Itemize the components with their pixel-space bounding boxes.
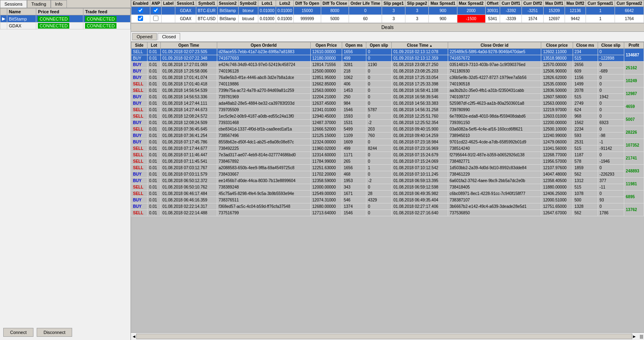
- deals-row[interactable]: BUY 0.01 01.08.2018 17:27:01.069 e424c74…: [131, 62, 644, 68]
- deals-row[interactable]: SELL 0.01 01.08.2018 07:11:46.447 7e3ad3…: [131, 152, 644, 158]
- deals-row-2[interactable]: BUY 0.01 01.08.2018 17:26:58.006 7401961…: [131, 68, 644, 75]
- deal-closems2: 515: [573, 145, 598, 152]
- session-row-gdax[interactable]: GDAX CONNECTED CONNECTED: [0, 23, 131, 29]
- col-maxdiff1[interactable]: Max Diff1: [544, 0, 565, 7]
- deals-row[interactable]: BUY 0.01 01.08.2018 07:17:45.786 8558b62…: [131, 139, 644, 145]
- deal-side1: SELL: [131, 191, 147, 197]
- deals-row[interactable]: BUY 0.01 01.08.2018 02:22:14.317 f368ed5…: [131, 203, 644, 210]
- deals-col-lot[interactable]: Lot: [147, 42, 161, 49]
- col-enabled[interactable]: Enabled: [131, 0, 150, 7]
- deal-closeprice1: 12563.00000: [541, 100, 573, 107]
- deals-row[interactable]: BUY 0.01 01.08.2018 06:50:12.372 ee1456b…: [131, 178, 644, 184]
- col-offset[interactable]: Offset: [485, 0, 500, 7]
- deals-row[interactable]: BUY 0.01 01.08.2018 17:01:41.074 76a9e5b…: [131, 75, 644, 81]
- deals-row[interactable]: SELL 0.01 01.08.2018 07:03:12.767 a20885…: [131, 165, 644, 171]
- deals-row-2[interactable]: SELL 0.01 01.08.2018 14:27:44.673 739705…: [131, 107, 644, 113]
- deals-row[interactable]: SELL 0.01 01.08.2018 14:56:54.539 739fe7…: [131, 87, 644, 94]
- deal-closeprice1: 12826.62000: [541, 75, 573, 81]
- deals-col-open-slip[interactable]: Open slip: [366, 42, 392, 49]
- deals-col-close-price[interactable]: Close price: [541, 42, 573, 49]
- deals-col-open-ms[interactable]: Open ms: [342, 42, 366, 49]
- col-diff-close[interactable]: Diff To Close: [321, 0, 349, 7]
- deal-lot2: 0.01: [147, 120, 161, 126]
- deals-row-2[interactable]: BUY 0.01 01.08.2018 12:08:24.509 7393314…: [131, 120, 644, 126]
- deals-row-2[interactable]: SELL 0.01 01.08.2018 07:17:44.677 738492…: [131, 145, 644, 152]
- scroll-left-indicator: ◄: [132, 334, 136, 339]
- horizontal-scrollbar[interactable]: [136, 334, 632, 339]
- deals-row[interactable]: SELL 0.01 01.08.2018 07:36:45.645 cbe834…: [131, 126, 644, 133]
- deal-lot1: 0.01: [147, 152, 161, 158]
- deals-row[interactable]: BUY 0.01 01.08.2018 14:27:44.111 ada48ab…: [131, 100, 644, 107]
- deals-col-open-time[interactable]: Open Time: [161, 42, 217, 49]
- left-panel: Sessions Trading Info Name Price feed Tr…: [0, 0, 131, 340]
- col-session1[interactable]: Session1: [175, 0, 196, 7]
- deal-closeslip1: 0: [598, 126, 624, 133]
- deals-col-open-orderid[interactable]: Open OrderId: [217, 42, 310, 49]
- tab-sessions[interactable]: Sessions: [0, 0, 27, 8]
- sessions-table: Name Price feed Trade feed ▶ BitStamp CO…: [0, 8, 131, 29]
- col-maxspread1[interactable]: Max Spread1: [429, 0, 457, 7]
- deal-closems1: 2078: [573, 87, 598, 94]
- deals-row-2[interactable]: BUY 0.01 01.09.2018 02:07:22.348 7416776…: [131, 55, 644, 62]
- session-row-bitstamp[interactable]: ▶ BitStamp CONNECTED CONNECTED: [0, 15, 131, 23]
- deals-col-close-slip[interactable]: Close slip: [598, 42, 624, 49]
- col-currspread1[interactable]: Curr Spread1: [586, 0, 615, 7]
- deal-openslip1: 0: [366, 152, 392, 158]
- deals-row[interactable]: SELL 0.01 01.09.2018 02:07:23.505 d28ace…: [131, 49, 644, 55]
- deal-side2: BUY: [131, 94, 147, 100]
- deal-lot1: 0.01: [147, 49, 161, 55]
- deals-row-2[interactable]: SELL 0.01 01.08.2018 06:50:10.762 738389…: [131, 184, 644, 191]
- col-lots1[interactable]: Lots1: [258, 0, 276, 7]
- deal-closeorderid2: 739391150: [448, 120, 541, 126]
- col-slip1[interactable]: Slip page1: [382, 0, 405, 7]
- connect-button[interactable]: Connect: [3, 328, 33, 337]
- tab-opened[interactable]: Opened: [132, 33, 157, 40]
- tab-trading[interactable]: Trading: [27, 0, 51, 8]
- col-symbol1[interactable]: Symbol1: [196, 0, 217, 7]
- tab-closed[interactable]: Closed: [158, 33, 180, 40]
- col-symbol2[interactable]: Symbol2: [238, 0, 258, 7]
- deals-col-close-orderid[interactable]: Close Order id: [448, 42, 541, 49]
- disconnect-button[interactable]: Disconnect: [37, 328, 72, 337]
- col-order-lifetime[interactable]: Order Life Time: [349, 0, 382, 7]
- deals-col-open-price[interactable]: Open Price: [310, 42, 342, 49]
- col-maxdiff2[interactable]: Max Diff2: [565, 0, 586, 7]
- deals-row-2[interactable]: BUY 0.01 01.08.2018 06:46:16.359 7383765…: [131, 197, 644, 203]
- deal-lot1: 0.01: [147, 62, 161, 68]
- deals-row-2[interactable]: BUY 0.01 01.08.2018 07:03:11.579 7384336…: [131, 171, 644, 178]
- col-slip2[interactable]: Slip page2: [405, 0, 429, 7]
- grid-cell-diffclose: 5000: [321, 15, 349, 23]
- deals-row-2[interactable]: BUY 0.01 01.08.2018 07:36:41.254 7385674…: [131, 133, 644, 139]
- deal-profit: 134687: [624, 49, 644, 62]
- deals-col-side[interactable]: Side: [131, 42, 147, 49]
- deal-openorderid2: 739781969: [217, 94, 310, 100]
- col-currdiff1[interactable]: Curr Diff1: [500, 0, 522, 7]
- grid-row[interactable]: GDAX BTC-USD BitStamp btcusd 0.01000 0.0…: [131, 15, 644, 23]
- deals-col-profit[interactable]: Profit: [624, 42, 644, 49]
- deals-tabs: Opened Closed: [131, 32, 644, 42]
- deals-row-2[interactable]: BUY 0.01 01.08.2018 14:56:53.336 7397819…: [131, 94, 644, 100]
- col-label[interactable]: Label: [162, 0, 175, 7]
- col-maxspread2[interactable]: Max Spread2: [457, 0, 485, 7]
- col-currspread2[interactable]: Curr Spread2: [615, 0, 644, 7]
- deals-row-2[interactable]: SELL 0.01 01.08.2018 17:01:40.418 740119…: [131, 81, 644, 87]
- deal-closeprice1: 12751.65000: [541, 203, 573, 210]
- deals-row[interactable]: SELL 0.01 01.08.2018 06:46:17.484 45c75a…: [131, 191, 644, 197]
- col-anp[interactable]: ANP: [150, 0, 162, 7]
- tab-info[interactable]: Info: [51, 0, 67, 8]
- deals-table-container[interactable]: Side Lot Open Time Open OrderId Open Pri…: [131, 42, 644, 332]
- deal-closeslip2: -226293: [598, 171, 624, 178]
- deals-col-close-ms[interactable]: Close ms: [573, 42, 598, 49]
- deal-side1: BUY: [131, 75, 147, 81]
- deals-row-2[interactable]: SELL 0.01 01.08.2018 02:22:14.488 737516…: [131, 210, 644, 216]
- col-session2[interactable]: Session2: [217, 0, 238, 7]
- grid-row[interactable]: GDAX BTC-EUR BitStamp btceur 0.01000 0.0…: [131, 7, 644, 15]
- deal-closeorderid1: 3b6667b2-e142-49c4-a639-3deade28e5d1: [448, 203, 541, 210]
- col-diff-open[interactable]: Diff To Open: [294, 0, 321, 7]
- deals-col-close-time[interactable]: Close Time: [392, 42, 448, 49]
- col-currdiff2[interactable]: Curr Diff2: [522, 0, 544, 7]
- deals-row-2[interactable]: SELL 0.01 01.08.2018 07:11:45.541 738467…: [131, 158, 644, 165]
- deals-row[interactable]: SELL 0.01 01.08.2018 12:08:24.572 1ec5c9…: [131, 113, 644, 120]
- bottom-scrollbar[interactable]: ◄ ► |||: [131, 332, 644, 340]
- col-lots2[interactable]: Lots2: [276, 0, 294, 7]
